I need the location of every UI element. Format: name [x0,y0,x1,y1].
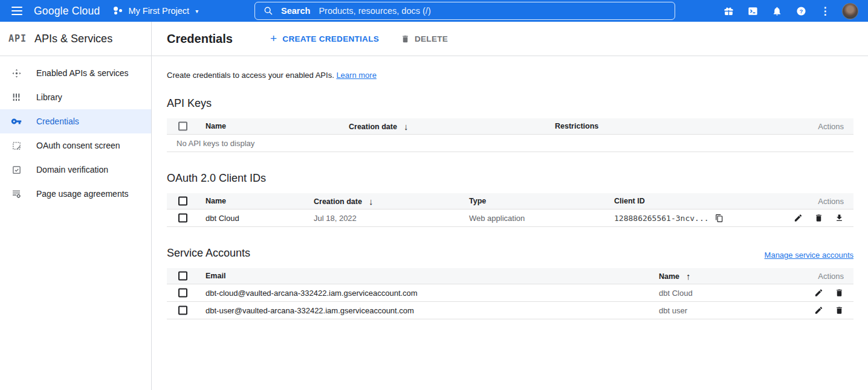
notifications-icon[interactable] [765,0,789,22]
oauth-consent-icon [11,140,22,151]
client-creation-date: Jul 18, 2022 [314,214,357,223]
delete-icon[interactable] [814,214,823,223]
column-header-name[interactable]: Name [206,197,226,205]
search-icon [264,6,273,16]
sidebar-nav: Enabled APIs & services Library Crede [0,56,151,206]
edit-icon[interactable] [794,214,803,223]
sort-desc-icon: ↓ [369,196,374,206]
service-accounts-header-row: Email Name↑ Actions [167,268,853,284]
column-header-actions: Actions [818,272,844,281]
search-placeholder: Products, resources, docs (/) [319,6,430,16]
service-accounts-heading: Service Accounts [167,247,250,260]
topbar: Google Cloud My First Project ▾ Search P… [0,0,868,22]
empty-state-text: No API keys to display [177,139,254,148]
intro-text: Create credentials to access your enable… [167,71,853,80]
library-icon [11,92,22,103]
sidebar-item-label: OAuth consent screen [36,141,120,150]
select-all-checkbox[interactable] [178,272,187,281]
create-credentials-button[interactable]: + CREATE CREDENTIALS [270,32,379,45]
service-account-name: dbt user [659,306,687,315]
sidebar-title: APIs & Services [34,33,112,45]
sidebar-item-library[interactable]: Library [0,85,151,109]
sidebar-item-label: Domain verification [36,165,108,174]
table-row: dbt-user@vaulted-arcana-332422.iam.gserv… [167,302,853,319]
oauth-clients-heading: OAuth 2.0 Client IDs [167,172,853,185]
edit-icon[interactable] [814,289,823,298]
sidebar-item-label: Library [36,92,62,102]
search-label: Search [281,6,310,16]
api-keys-empty-row: No API keys to display [167,135,853,152]
page-header: Credentials + CREATE CREDENTIALS DELETE [152,22,868,56]
table-row: dbt Cloud Jul 18, 2022 Web application 1… [167,209,853,227]
service-account-email: dbt-user@vaulted-arcana-332422.iam.gserv… [206,306,414,315]
sidebar: API APIs & Services Enabled APIs & servi… [0,22,152,390]
column-header-name[interactable]: Name↑ [659,271,691,281]
page-usage-icon [11,188,22,199]
sort-asc-icon: ↑ [686,271,691,281]
sidebar-item-label: Credentials [36,117,79,126]
learn-more-link[interactable]: Learn more [336,71,376,80]
delete-icon[interactable] [835,289,844,298]
api-logo: API [8,33,27,44]
service-accounts-table: Email Name↑ Actions dbt-cloud@vaulted-ar… [167,268,853,319]
column-header-actions: Actions [818,197,844,206]
delete-icon[interactable] [835,306,844,315]
row-checkbox[interactable] [178,214,187,223]
delete-button[interactable]: DELETE [401,34,448,43]
row-checkbox[interactable] [178,289,187,298]
plus-icon: + [270,32,277,45]
trash-icon [401,34,410,43]
sidebar-item-credentials[interactable]: Credentials [0,109,151,133]
api-keys-heading: API Keys [167,97,853,110]
api-keys-table: Name Creation date↓ Restrictions Actions… [167,118,853,152]
column-header-creation-date[interactable]: Creation date↓ [314,196,373,206]
domain-verification-icon [11,164,22,175]
api-keys-header-row: Name Creation date↓ Restrictions Actions [167,118,853,135]
copy-icon[interactable] [715,214,724,222]
sidebar-item-oauth-consent[interactable]: OAuth consent screen [0,133,151,158]
column-header-client-id[interactable]: Client ID [614,197,645,205]
sort-desc-icon: ↓ [404,121,409,132]
client-name: dbt Cloud [206,214,239,223]
sidebar-header: API APIs & Services [0,22,151,56]
menu-icon[interactable] [0,0,34,22]
search-input[interactable]: Search Products, resources, docs (/) [254,2,675,20]
help-icon[interactable]: ? [789,0,813,22]
column-header-email[interactable]: Email [206,272,225,280]
column-header-name[interactable]: Name [206,122,226,130]
project-selector[interactable]: My First Project ▾ [113,6,198,16]
select-all-checkbox[interactable] [178,122,187,131]
cloud-shell-icon[interactable] [740,0,765,22]
column-header-creation-date[interactable]: Creation date↓ [349,121,408,132]
chevron-down-icon: ▾ [195,8,198,14]
service-account-name: dbt Cloud [659,289,693,298]
enabled-apis-icon [11,68,22,78]
project-name: My First Project [128,6,189,16]
sidebar-item-domain-verification[interactable]: Domain verification [0,158,151,182]
page-title: Credentials [167,32,233,46]
service-account-email: dbt-cloud@vaulted-arcana-332422.iam.gser… [206,289,418,298]
client-id-value: 128886265561-3ncv... [614,214,709,223]
table-row: dbt-cloud@vaulted-arcana-332422.iam.gser… [167,284,853,302]
svg-text:?: ? [799,8,803,14]
download-icon[interactable] [835,214,844,223]
oauth-clients-table: Name Creation date↓ Type Client ID Actio… [167,193,853,227]
sidebar-item-label: Enabled APIs & services [36,68,129,78]
google-cloud-logo[interactable]: Google Cloud [34,5,100,18]
sidebar-item-enabled-apis[interactable]: Enabled APIs & services [0,61,151,85]
column-header-restrictions[interactable]: Restrictions [555,122,598,130]
row-checkbox[interactable] [178,306,187,315]
column-header-type[interactable]: Type [469,197,486,205]
avatar[interactable] [842,3,858,19]
sidebar-item-page-usage[interactable]: Page usage agreements [0,182,151,206]
column-header-actions: Actions [818,122,844,131]
project-icon [113,6,123,16]
gift-icon[interactable] [716,0,740,22]
manage-service-accounts-link[interactable]: Manage service accounts [765,251,853,260]
overflow-icon[interactable]: ⋮ [813,0,837,22]
select-all-checkbox[interactable] [178,197,187,206]
client-type: Web application [469,214,525,223]
edit-icon[interactable] [814,306,823,315]
main-content: Credentials + CREATE CREDENTIALS DELETE … [152,22,868,390]
sidebar-item-label: Page usage agreements [36,189,129,199]
